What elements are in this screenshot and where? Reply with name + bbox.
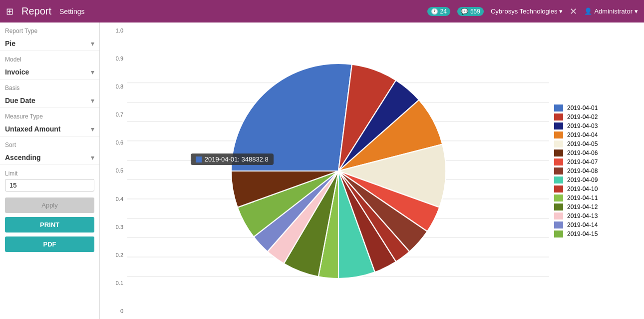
sort-label: Sort [0, 136, 99, 150]
basis-value: Due Date [5, 96, 91, 104]
chart-and-legend: 2019-04-01: 348832.8 2019-04-012019-04-0… [127, 28, 634, 314]
y-label-07: 0.7 [116, 112, 123, 118]
tooltip-swatch [196, 156, 202, 162]
sort-selector[interactable]: Ascending ▾ [0, 150, 99, 165]
y-label-03: 0.3 [116, 224, 123, 230]
legend-label: 2019-04-14 [567, 222, 598, 228]
report-type-chevron: ▾ [91, 40, 94, 48]
chat-badge[interactable]: 💬 559 [457, 7, 484, 16]
legend-item: 2019-04-02 [554, 114, 634, 120]
topbar: ⊞ Report Settings 🕐 24 💬 559 Cybrosys Te… [0, 0, 644, 22]
user-chevron: ▾ [635, 8, 638, 15]
limit-input[interactable] [5, 179, 94, 192]
model-label: Model [0, 51, 99, 65]
legend-label: 2019-04-05 [567, 140, 598, 148]
legend-color-swatch [554, 168, 563, 174]
pdf-button[interactable]: PDF [5, 236, 94, 252]
legend-label: 2019-04-01 [567, 104, 598, 112]
y-label-08: 0.8 [116, 84, 123, 90]
legend-color-swatch [554, 212, 563, 220]
chart-container: 1.0 0.9 0.8 0.7 0.6 0.5 0.4 0.3 0.2 0.1 … [110, 28, 634, 314]
legend-label: 2019-04-04 [567, 132, 598, 138]
report-type-label: Report Type [0, 22, 99, 36]
basis-chevron: ▾ [91, 96, 94, 104]
legend-color-swatch [554, 158, 563, 166]
y-label-04: 0.4 [116, 196, 123, 202]
legend-item: 2019-04-08 [554, 168, 634, 174]
y-label-09: 0.9 [116, 56, 123, 62]
measure-type-value: Untaxed Amount [5, 125, 91, 133]
legend-color-swatch [554, 114, 563, 120]
measure-type-label: Measure Type [0, 108, 99, 122]
legend-color-swatch [554, 104, 563, 112]
grid-icon[interactable]: ⊞ [6, 6, 13, 17]
model-selector[interactable]: Invoice ▾ [0, 65, 99, 80]
main-content: Report Type Pie ▾ Model Invoice ▾ Basis … [0, 22, 644, 319]
y-label-02: 0.2 [116, 252, 123, 258]
legend-color-swatch [554, 194, 563, 202]
legend-label: 2019-04-12 [567, 204, 598, 210]
y-label-10: 1.0 [116, 28, 123, 34]
legend-label: 2019-04-13 [567, 212, 598, 220]
chart-legend: 2019-04-012019-04-022019-04-032019-04-04… [554, 104, 634, 238]
y-label-01: 0.1 [116, 280, 123, 286]
apply-button[interactable]: Apply [5, 198, 94, 213]
legend-item: 2019-04-05 [554, 140, 634, 148]
chat-icon: 💬 [461, 8, 468, 15]
legend-label: 2019-04-08 [567, 168, 598, 174]
settings-menu[interactable]: Settings [59, 8, 85, 16]
sort-chevron: ▾ [91, 154, 94, 162]
legend-color-swatch [554, 176, 563, 184]
clock-badge[interactable]: 🕐 24 [427, 7, 450, 16]
legend-item: 2019-04-09 [554, 176, 634, 184]
y-label-00: 0 [120, 308, 123, 314]
legend-item: 2019-04-07 [554, 158, 634, 166]
report-type-value: Pie [5, 40, 91, 48]
pie-wrapper: 2019-04-01: 348832.8 [127, 64, 549, 278]
y-label-06: 0.6 [116, 140, 123, 146]
legend-item: 2019-04-06 [554, 150, 634, 156]
legend-item: 2019-04-10 [554, 186, 634, 192]
legend-item: 2019-04-04 [554, 132, 634, 138]
y-axis: 1.0 0.9 0.8 0.7 0.6 0.5 0.4 0.3 0.2 0.1 … [110, 28, 127, 314]
basis-selector[interactable]: Due Date ▾ [0, 94, 99, 108]
legend-color-swatch [554, 122, 563, 130]
measure-type-selector[interactable]: Untaxed Amount ▾ [0, 122, 99, 136]
legend-color-swatch [554, 230, 563, 238]
pie-chart [231, 64, 446, 278]
user-icon: 👤 [584, 8, 592, 15]
legend-color-swatch [554, 204, 563, 210]
chart-with-yaxis: 1.0 0.9 0.8 0.7 0.6 0.5 0.4 0.3 0.2 0.1 … [110, 28, 634, 314]
sidebar: Report Type Pie ▾ Model Invoice ▾ Basis … [0, 22, 100, 319]
measure-type-chevron: ▾ [91, 125, 94, 133]
legend-item: 2019-04-15 [554, 230, 634, 238]
topbar-right: 🕐 24 💬 559 Cybrosys Technologies ▾ ✕ 👤 A… [427, 6, 638, 17]
legend-item: 2019-04-14 [554, 222, 634, 228]
app-title: Report [21, 6, 51, 17]
legend-label: 2019-04-06 [567, 150, 598, 156]
legend-color-swatch [554, 150, 563, 156]
close-icon[interactable]: ✕ [570, 6, 577, 17]
limit-label: Limit [0, 165, 99, 179]
legend-item: 2019-04-11 [554, 194, 634, 202]
y-label-05: 0.5 [116, 168, 123, 174]
legend-label: 2019-04-03 [567, 122, 598, 130]
print-button[interactable]: PRINT [5, 217, 94, 232]
legend-item: 2019-04-13 [554, 212, 634, 220]
legend-item: 2019-04-12 [554, 204, 634, 210]
legend-color-swatch [554, 132, 563, 138]
legend-item: 2019-04-03 [554, 122, 634, 130]
clock-icon: 🕐 [431, 8, 438, 15]
legend-label: 2019-04-09 [567, 176, 598, 184]
legend-color-swatch [554, 222, 563, 228]
company-selector[interactable]: Cybrosys Technologies ▾ [491, 8, 563, 15]
company-chevron: ▾ [559, 8, 563, 15]
user-name: Administrator [594, 8, 633, 15]
legend-label: 2019-04-07 [567, 158, 598, 166]
legend-label: 2019-04-10 [567, 186, 598, 192]
report-type-selector[interactable]: Pie ▾ [0, 36, 99, 51]
model-value: Invoice [5, 68, 91, 76]
legend-color-swatch [554, 140, 563, 148]
user-menu[interactable]: 👤 Administrator ▾ [584, 8, 638, 15]
legend-label: 2019-04-02 [567, 114, 598, 120]
